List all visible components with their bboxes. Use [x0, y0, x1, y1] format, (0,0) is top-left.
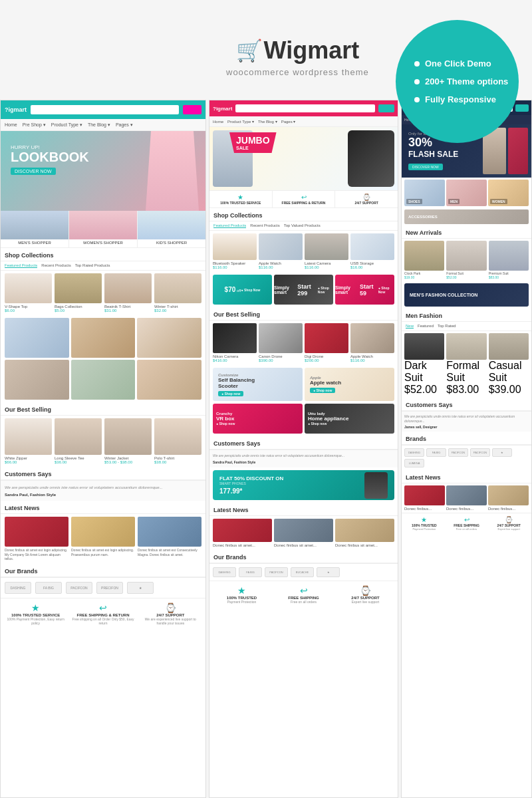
fashion-item-3[interactable] — [137, 318, 201, 358]
womens-shopper-image — [69, 211, 137, 239]
phone-promo-content: FLAT 50% DISCOUNT ON SMART PHONES 177.99… — [219, 475, 283, 495]
mid-support-desc: Expert live support — [337, 600, 394, 604]
promo-banner-2[interactable]: Simply smart Start 299 ● Shop Now — [274, 275, 333, 305]
right-site-search-btn[interactable] — [515, 104, 529, 112]
vr-banner[interactable]: Crunchy VR box ● Shop now — [213, 404, 303, 434]
testimonial-title: Customers Says — [1, 467, 205, 480]
mid-nav-pages[interactable]: Pages ▾ — [281, 119, 296, 124]
mid-nav-home[interactable]: Home — [213, 120, 223, 124]
flash-sale-btn[interactable]: DISCOVER NOW — [408, 164, 443, 170]
shipping-icon: ↩ — [72, 602, 134, 613]
arrival-image-2 — [446, 241, 486, 271]
apple-watch-banner[interactable]: Apple Apple watch ● Shop now — [305, 368, 394, 401]
mid-service-trusted: ★ 100% TRUSTED Payment Protection — [213, 585, 270, 604]
men-tab-top[interactable]: Top Rated — [438, 324, 456, 329]
trust-support-label: 24/7 SUPPORT — [338, 201, 395, 205]
right-brand-1: DASHING — [404, 448, 424, 457]
fashion-item-4[interactable] — [5, 360, 69, 400]
bs-price-1: $66.00 — [5, 460, 52, 464]
arrivals-title: New Arrivals — [402, 225, 531, 239]
fashion-item-6[interactable] — [137, 360, 201, 400]
mid-brand-3: PACIFCON — [265, 567, 288, 577]
trusted-desc: 100% Payment Protection, Easy return pol… — [5, 617, 66, 626]
promo-banner-1[interactable]: $70 off ● Shop Now — [213, 275, 272, 305]
nav-home[interactable]: Home — [5, 122, 17, 127]
mid-bs-image-4 — [350, 323, 394, 353]
mid-products-grid: Bluetooth Speaker $116.00 Apple Watch $1… — [209, 231, 398, 272]
rbs-name-2: Formal Suit — [446, 360, 486, 384]
mens-shopper[interactable]: MEN'S SHOPPER — [1, 211, 69, 247]
mid-nav-blog[interactable]: The Blog ▾ — [258, 119, 277, 124]
product-card-3: Beatnik T-Shirt $31.00 — [104, 273, 152, 313]
mid-news-image-2 — [274, 519, 333, 542]
fashion-item-2[interactable] — [71, 318, 136, 358]
feature-one-click-label: One Click Demo — [425, 59, 491, 68]
tab-featured[interactable]: Featured Products — [5, 263, 37, 268]
trust-support: ⌚ 24/7 SUPPORT — [335, 191, 398, 207]
fashion-item-1[interactable] — [5, 318, 69, 358]
rbs-image-3 — [489, 333, 529, 360]
hero-discover-btn[interactable]: DISCOVER NOW — [11, 168, 56, 175]
mid-footer-services: ★ 100% TRUSTED Payment Protection ↩ FREE… — [209, 581, 398, 608]
bullet-dot — [414, 61, 420, 66]
mid-tab-top[interactable]: Top Valued Products — [284, 223, 321, 228]
rbs-card-2: Formal Suit $83.00 — [446, 333, 486, 396]
feature-responsive-label: Fully Responsive — [425, 94, 496, 104]
product-price-3: $31.00 — [104, 309, 152, 313]
mid-nav-product[interactable]: Product Type ▾ — [227, 119, 254, 124]
mid-news-2: Donec finibus sit amet... — [274, 519, 333, 547]
trust-service-label: 100% TRUSTED SERVICE — [212, 201, 269, 205]
logo: 🛒 Wigmart — [226, 37, 369, 65]
nav-pages[interactable]: Pages ▾ — [116, 122, 133, 128]
brand-3: PACIFCON — [66, 582, 92, 594]
nav-product[interactable]: Product Type ▾ — [51, 122, 82, 128]
trust-service-icon: ★ — [212, 194, 269, 201]
nav-blog[interactable]: The Blog ▾ — [88, 122, 110, 128]
accessories-banner[interactable]: ACCESSORIES — [404, 209, 529, 224]
womens-shopper[interactable]: WOMEN'S SHOPPER — [69, 211, 138, 247]
right-cat-women[interactable]: WOMEN — [488, 180, 529, 206]
mid-service-support: ⌚ 24/7 SUPPORT Expert live support — [337, 585, 394, 604]
left-site-search-btn[interactable] — [183, 105, 201, 114]
kids-shopper[interactable]: KID'S SHOPPER — [138, 211, 205, 247]
men-tab-featured[interactable]: Featured — [418, 324, 434, 329]
trusted-icon: ★ — [5, 602, 66, 613]
cat-shoes-label: SHOES — [406, 199, 422, 204]
mid-news-text-2: Donec finibus sit amet... — [274, 543, 333, 547]
right-news-3: Donec finibus... — [488, 485, 529, 511]
scooter-banner[interactable]: Customize Self BalancingScooter ● Shop n… — [213, 368, 303, 401]
brand-2: FA BIG — [35, 582, 62, 594]
bs-card-1: White Zipper $66.00 — [5, 418, 52, 464]
scooter-banners: Customize Self BalancingScooter ● Shop n… — [209, 365, 398, 404]
men-tab-new[interactable]: New — [406, 324, 414, 329]
bs-price-3: $53.00 - $38.00 — [104, 460, 152, 464]
right-news-grid: Donec finibus... Donec finibus... Donec … — [402, 483, 531, 513]
nav-pre-shop[interactable]: Pre Shop ▾ — [23, 122, 46, 128]
right-news-text-2: Donec finibus... — [446, 507, 487, 511]
promo-banner-3[interactable]: Simply smart Start 59 ● Shop Now — [335, 275, 394, 305]
right-news-image-3 — [488, 485, 529, 505]
mid-shipping-icon: ↩ — [275, 585, 332, 596]
news-text-2: Donec finibus sit amet est login adipisc… — [71, 548, 135, 557]
feature-theme-options-label: 200+ Theme options — [425, 76, 508, 86]
mens-shopper-image — [1, 211, 68, 239]
mid-tab-featured[interactable]: Featured Products — [213, 223, 246, 228]
fashion-item-5[interactable] — [71, 360, 136, 400]
tab-top-rated[interactable]: Top Rated Products — [75, 263, 110, 268]
left-hero-text: HURRY UP! LOOKBOOK DISCOVER NOW — [11, 144, 89, 176]
apple-shop-btn[interactable]: ● Shop now — [310, 388, 335, 393]
mid-tab-recent[interactable]: Recent Products — [250, 223, 279, 228]
scooter-shop-btn[interactable]: ● Shop now — [218, 391, 243, 396]
appliance-banner[interactable]: Uttu lady Home appliance ● Shop now — [305, 404, 394, 434]
mid-site-search-btn[interactable] — [378, 104, 394, 112]
mid-product-price-1: $116.00 — [213, 265, 257, 269]
tab-recent[interactable]: Recent Products — [41, 263, 70, 268]
bs-card-3: Winter Jacket $53.00 - $38.00 — [104, 418, 152, 464]
footer-services: ★ 100% TRUSTED SERVICE 100% Payment Prot… — [1, 598, 205, 630]
sale-text: SALE — [236, 146, 270, 150]
right-cat-shoes[interactable]: SHOES — [404, 180, 445, 206]
product-price-1: $6.00 — [5, 309, 52, 313]
right-brands-title: Brands — [402, 432, 531, 445]
right-cat-men[interactable]: MEN — [446, 180, 487, 206]
right-brands-row: DASHING FA BIG PACIFCON PACIFCON ★ LUMEN… — [402, 445, 531, 470]
